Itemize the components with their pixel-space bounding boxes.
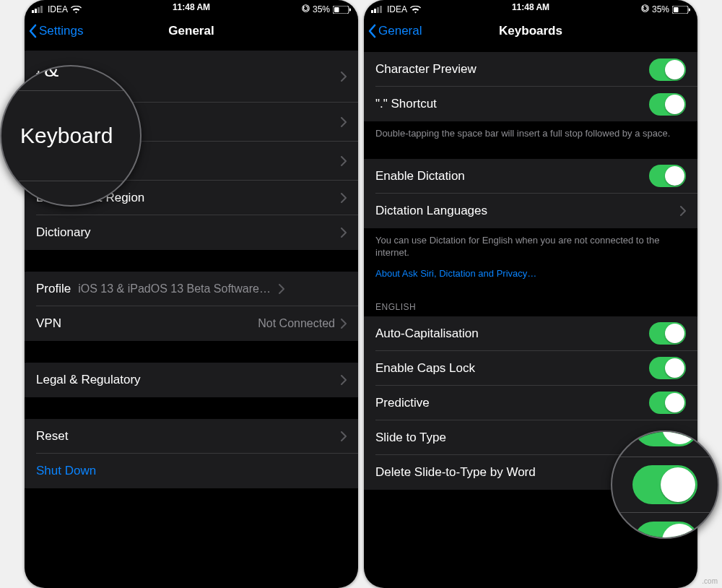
chevron-right-icon bbox=[341, 228, 347, 238]
row-label: Reset bbox=[36, 429, 68, 444]
toggle-character-preview[interactable] bbox=[649, 59, 686, 81]
nav-bar: General Keyboards bbox=[364, 14, 697, 48]
row-label: Legal & Regulatory bbox=[36, 373, 141, 387]
row-auto-capitalisation[interactable]: Auto-Capitalisation bbox=[364, 316, 697, 351]
row-label: Enable Dictation bbox=[375, 169, 465, 183]
chevron-right-icon bbox=[341, 117, 347, 127]
row-predictive[interactable]: Predictive bbox=[364, 386, 697, 420]
chevron-right-icon bbox=[341, 72, 347, 82]
chevron-right-icon bbox=[341, 156, 347, 166]
row-dictation-languages[interactable]: Dictation Languages bbox=[364, 194, 697, 228]
row-label: Slide to Type bbox=[375, 431, 446, 445]
row-label: VPN bbox=[36, 316, 61, 331]
row-label: Shut Down bbox=[36, 464, 96, 478]
toggle-enable-dictation[interactable] bbox=[649, 165, 686, 187]
toggle-caps-lock[interactable] bbox=[649, 357, 686, 379]
keyboards-list: Character Preview "." Shortcut Double-ta… bbox=[364, 52, 697, 490]
watermark: .com bbox=[702, 577, 718, 585]
chevron-right-icon bbox=[341, 375, 347, 385]
row-value: iOS 13 & iPadOS 13 Beta Software Pr… bbox=[78, 282, 273, 295]
row-label: Dictionary bbox=[36, 225, 91, 240]
row-dictionary[interactable]: Dictionary bbox=[25, 215, 358, 250]
status-time: 11:48 AM bbox=[25, 2, 358, 12]
toggle-auto-capitalisation[interactable] bbox=[649, 322, 686, 345]
section-header-english: ENGLISH bbox=[364, 282, 697, 316]
magnifier-slide-to-type-toggle bbox=[611, 431, 719, 539]
row-label: Dictation Languages bbox=[375, 204, 487, 218]
row-caps-lock[interactable]: Enable Caps Lock bbox=[364, 351, 697, 386]
chevron-right-icon bbox=[341, 319, 347, 329]
row-reset[interactable]: Reset bbox=[25, 419, 358, 454]
chevron-right-icon bbox=[341, 193, 347, 203]
status-time: 11:48 AM bbox=[364, 2, 697, 12]
row-enable-dictation[interactable]: Enable Dictation bbox=[364, 159, 697, 194]
magnifier-keyboard: te & Keyboard ts bbox=[0, 65, 142, 207]
chevron-left-icon bbox=[29, 24, 38, 38]
magnified-row-label: Keyboard bbox=[20, 124, 113, 147]
back-button[interactable]: Settings bbox=[25, 24, 83, 38]
status-bar: IDEA 11:48 AM 35% bbox=[25, 0, 358, 14]
row-shut-down[interactable]: Shut Down bbox=[25, 454, 358, 488]
row-value: Not Connected bbox=[258, 317, 335, 330]
back-label: Settings bbox=[39, 24, 83, 38]
row-label: Delete Slide-to-Type by Word bbox=[375, 465, 536, 480]
row-label: Profile bbox=[36, 282, 71, 296]
back-button[interactable]: General bbox=[364, 24, 422, 38]
chevron-right-icon bbox=[341, 431, 347, 441]
row-legal[interactable]: Legal & Regulatory bbox=[25, 363, 358, 397]
toggle-predictive[interactable] bbox=[649, 392, 686, 414]
back-label: General bbox=[378, 24, 422, 38]
chevron-right-icon bbox=[279, 284, 284, 294]
row-label: Character Preview bbox=[375, 62, 477, 77]
shortcut-footer: Double-tapping the space bar will insert… bbox=[364, 121, 697, 143]
chevron-right-icon bbox=[680, 206, 686, 216]
row-label: Predictive bbox=[375, 396, 430, 410]
row-vpn[interactable]: VPN Not Connected bbox=[25, 306, 358, 341]
dictation-footer: You can use Dictation for English when y… bbox=[364, 228, 697, 262]
row-shortcut[interactable]: "." Shortcut bbox=[364, 87, 697, 121]
toggle-slide-to-type-magnified[interactable] bbox=[632, 465, 697, 504]
row-label: Enable Caps Lock bbox=[375, 361, 475, 376]
nav-bar: Settings General bbox=[25, 14, 358, 48]
row-character-preview[interactable]: Character Preview bbox=[364, 52, 697, 87]
about-siri-link[interactable]: About Ask Siri, Dictation and Privacy… bbox=[364, 262, 697, 282]
row-profile[interactable]: Profile iOS 13 & iPadOS 13 Beta Software… bbox=[25, 272, 358, 306]
status-bar: IDEA 11:48 AM 35% bbox=[364, 0, 697, 14]
chevron-left-icon bbox=[368, 24, 377, 38]
row-label: "." Shortcut bbox=[375, 97, 437, 111]
row-label: Auto-Capitalisation bbox=[375, 327, 479, 341]
toggle-shortcut[interactable] bbox=[649, 93, 686, 116]
